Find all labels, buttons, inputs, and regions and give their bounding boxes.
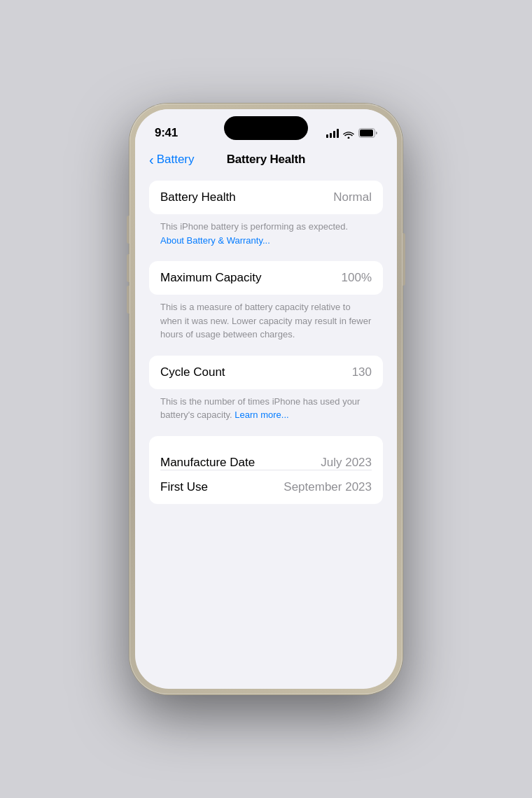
- cycle-count-label: Cycle Count: [160, 365, 225, 379]
- dynamic-island: [224, 116, 308, 140]
- maximum-capacity-card: Maximum Capacity 100%: [149, 261, 383, 295]
- battery-health-value: Normal: [333, 190, 372, 204]
- battery-health-row: Battery Health Normal: [160, 190, 372, 204]
- status-bar: 9:41: [135, 109, 397, 147]
- first-use-label: First Use: [160, 480, 208, 494]
- first-use-row: First Use September 2023: [160, 470, 372, 494]
- back-chevron-icon: ‹: [149, 153, 154, 167]
- cycle-count-value: 130: [352, 365, 372, 379]
- manufacture-date-row: Manufacture Date July 2023: [160, 446, 372, 470]
- wifi-icon: [343, 129, 354, 137]
- back-label: Battery: [157, 153, 195, 167]
- dates-section: Manufacture Date July 2023 First Use Sep…: [149, 436, 383, 504]
- back-button[interactable]: ‹ Battery: [149, 153, 195, 167]
- maximum-capacity-section: Maximum Capacity 100% This is a measure …: [149, 261, 383, 344]
- battery-health-label: Battery Health: [160, 190, 236, 204]
- battery-status-icon: [358, 128, 377, 138]
- maximum-capacity-description: This is a measure of battery capacity re…: [149, 295, 383, 344]
- cycle-count-learn-more-link[interactable]: Learn more...: [234, 410, 288, 420]
- cycle-count-row: Cycle Count 130: [160, 365, 372, 379]
- battery-health-description: This iPhone battery is performing as exp…: [149, 214, 383, 250]
- phone-screen: 9:41: [135, 109, 397, 689]
- status-icons: [326, 128, 377, 138]
- dates-card: Manufacture Date July 2023 First Use Sep…: [149, 436, 383, 504]
- cycle-count-section: Cycle Count 130 This is the number of ti…: [149, 356, 383, 425]
- cycle-count-description: This is the number of times iPhone has u…: [149, 389, 383, 425]
- phone-frame: 9:41: [130, 104, 402, 694]
- manufacture-date-value: July 2023: [321, 456, 372, 470]
- maximum-capacity-row: Maximum Capacity 100%: [160, 271, 372, 285]
- page-title: Battery Health: [227, 153, 305, 167]
- battery-warranty-link[interactable]: About Battery & Warranty...: [160, 235, 270, 246]
- maximum-capacity-value: 100%: [342, 271, 372, 285]
- navigation-bar: ‹ Battery Battery Health: [135, 147, 397, 175]
- battery-health-section: Battery Health Normal This iPhone batter…: [149, 181, 383, 250]
- cycle-count-card: Cycle Count 130: [149, 356, 383, 389]
- manufacture-date-label: Manufacture Date: [160, 456, 255, 470]
- svg-rect-1: [360, 130, 373, 136]
- signal-icon: [326, 128, 339, 138]
- battery-health-card: Battery Health Normal: [149, 181, 383, 214]
- maximum-capacity-label: Maximum Capacity: [160, 271, 262, 285]
- status-time: 9:41: [155, 126, 178, 140]
- content-area: Battery Health Normal This iPhone batter…: [135, 175, 397, 678]
- first-use-value: September 2023: [284, 480, 372, 494]
